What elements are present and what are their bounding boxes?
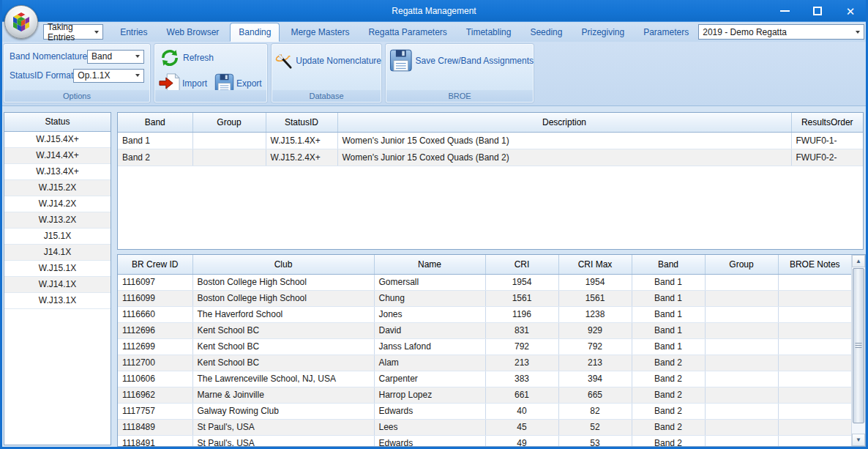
table-cell[interactable]	[778, 387, 851, 403]
column-header-resultsorder[interactable]: ResultsOrder	[791, 113, 863, 132]
maximize-button[interactable]	[807, 2, 828, 20]
scrollbar-track[interactable]	[852, 267, 865, 434]
table-row[interactable]: 1117757Galway Rowing ClubEdwards4082Band…	[118, 403, 851, 419]
table-cell[interactable]: Chung	[374, 290, 485, 306]
table-cell[interactable]: FWUF0-2-	[791, 149, 863, 166]
table-cell[interactable]	[778, 290, 851, 306]
table-cell[interactable]: Kent School BC	[192, 355, 374, 371]
table-cell[interactable]: 1112699	[118, 338, 192, 355]
table-row[interactable]: 1118489St Paul's, USALees4552Band 2	[118, 419, 851, 435]
status-column-header[interactable]: Status	[4, 113, 111, 132]
tab-entries[interactable]: Entries	[112, 23, 155, 42]
table-cell[interactable]: 1118491	[118, 435, 192, 446]
table-cell[interactable]: 1117757	[118, 403, 192, 419]
status-item-w-j15-2x[interactable]: W.J15.2X	[4, 180, 111, 196]
table-cell[interactable]: 394	[558, 371, 632, 387]
table-cell[interactable]: Band 1	[632, 306, 705, 322]
view-mode-combobox[interactable]: Taking Entries	[43, 24, 103, 40]
status-item-w-j15-1x[interactable]: W.J15.1X	[4, 261, 111, 277]
table-cell[interactable]	[705, 355, 778, 371]
column-header-group[interactable]: Group	[192, 113, 266, 132]
table-cell[interactable]: Boston College High School	[192, 274, 374, 290]
table-cell[interactable]: Gomersall	[374, 274, 485, 290]
column-header-broe-notes[interactable]: BROE Notes	[778, 255, 851, 274]
column-header-name[interactable]: Name	[374, 255, 485, 274]
status-item-j14-1x[interactable]: J14.1X	[4, 245, 111, 261]
table-cell[interactable]: Band 2	[632, 419, 705, 435]
table-cell[interactable]	[705, 387, 778, 403]
table-cell[interactable]: 49	[485, 435, 558, 446]
table-row[interactable]: Band 1W.J15.1.4X+Women's Junior 15 Coxed…	[118, 132, 863, 149]
table-cell[interactable]: Band 2	[632, 435, 705, 446]
scroll-down-button[interactable]: ▼	[852, 434, 865, 446]
table-cell[interactable]: 45	[485, 419, 558, 435]
table-cell[interactable]: 383	[485, 371, 558, 387]
table-cell[interactable]	[705, 290, 778, 306]
table-cell[interactable]: Band 2	[632, 371, 705, 387]
close-button[interactable]: ✕	[840, 2, 861, 20]
statusid-format-combobox[interactable]: Op.1.1X	[73, 69, 144, 83]
table-cell[interactable]: 53	[558, 435, 632, 446]
table-cell[interactable]	[778, 274, 851, 290]
status-item-w-j14-2x[interactable]: W.J14.2X	[4, 196, 111, 212]
table-cell[interactable]: Band 1	[632, 290, 705, 306]
table-cell[interactable]	[778, 435, 851, 446]
tab-seeding[interactable]: Seeding	[522, 23, 570, 42]
table-cell[interactable]	[705, 435, 778, 446]
table-cell[interactable]: The Lawrenceville School, NJ, USA	[192, 371, 374, 387]
tab-parameters[interactable]: Parameters	[635, 23, 697, 42]
table-cell[interactable]	[778, 322, 851, 338]
table-cell[interactable]: 1561	[558, 290, 632, 306]
table-cell[interactable]	[705, 274, 778, 290]
vertical-scrollbar[interactable]: ▲ ▼	[851, 255, 865, 446]
table-row[interactable]: 1116099Boston College High SchoolChung15…	[118, 290, 851, 306]
status-item-w-j14-4x[interactable]: W.J14.4X+	[4, 148, 111, 164]
table-row[interactable]: 1118491St Paul's, USAEdwards4953Band 2	[118, 435, 851, 446]
table-cell[interactable]: 82	[558, 403, 632, 419]
update-nomenclature-button[interactable]: Update Nomenclature	[275, 49, 381, 73]
column-header-band[interactable]: Band	[632, 255, 705, 274]
table-cell[interactable]: Edwards	[374, 435, 485, 446]
table-cell[interactable]	[705, 338, 778, 355]
table-cell[interactable]: 661	[485, 387, 558, 403]
table-row[interactable]: 1110606The Lawrenceville School, NJ, USA…	[118, 371, 851, 387]
table-cell[interactable]: Carpenter	[374, 371, 485, 387]
table-cell[interactable]: Band 2	[632, 355, 705, 371]
table-cell[interactable]: Lees	[374, 419, 485, 435]
status-item-j15-1x[interactable]: J15.1X	[4, 229, 111, 245]
band-nomenclature-combobox[interactable]: Band	[87, 50, 144, 64]
table-cell[interactable]: Women's Junior 15 Coxed Quads (Band 2)	[337, 149, 791, 166]
column-header-group[interactable]: Group	[705, 255, 778, 274]
column-header-cri[interactable]: CRI	[485, 255, 558, 274]
column-header-statusid[interactable]: StatusID	[266, 113, 337, 132]
app-menu-button[interactable]	[4, 5, 38, 39]
table-cell[interactable]: 1118489	[118, 419, 192, 435]
table-cell[interactable]	[705, 306, 778, 322]
table-cell[interactable]: Galway Rowing Club	[192, 403, 374, 419]
table-cell[interactable]: Kent School BC	[192, 322, 374, 338]
tab-regatta-parameters[interactable]: Regatta Parameters	[360, 23, 454, 42]
table-cell[interactable]: Janss Lafond	[374, 338, 485, 355]
table-cell[interactable]: 792	[485, 338, 558, 355]
table-cell[interactable]: 1238	[558, 306, 632, 322]
table-cell[interactable]: St Paul's, USA	[192, 419, 374, 435]
table-cell[interactable]	[778, 355, 851, 371]
table-cell[interactable]: 40	[485, 403, 558, 419]
table-cell[interactable]: St Paul's, USA	[192, 435, 374, 446]
column-header-cri-max[interactable]: CRI Max	[558, 255, 632, 274]
save-crew-band-assignments-button[interactable]: Save Crew/Band Assignments	[389, 48, 534, 73]
table-cell[interactable]: 1196	[485, 306, 558, 322]
scrollbar-thumb[interactable]	[853, 268, 864, 423]
table-cell[interactable]	[778, 371, 851, 387]
table-cell[interactable]	[778, 338, 851, 355]
status-item-w-j15-4x[interactable]: W.J15.4X+	[4, 132, 111, 148]
table-cell[interactable]: Marne & Joinville	[192, 387, 374, 403]
table-cell[interactable]: Band 2	[632, 403, 705, 419]
status-item-w-j14-1x[interactable]: W.J14.1X	[4, 277, 111, 293]
table-cell[interactable]	[778, 419, 851, 435]
table-cell[interactable]: Band 2	[632, 387, 705, 403]
regatta-combobox[interactable]: 2019 - Demo Regatta	[698, 24, 864, 40]
table-cell[interactable]: 929	[558, 322, 632, 338]
table-cell[interactable]: 1116099	[118, 290, 192, 306]
table-row[interactable]: 1116660The Haverford SchoolJones11961238…	[118, 306, 851, 322]
